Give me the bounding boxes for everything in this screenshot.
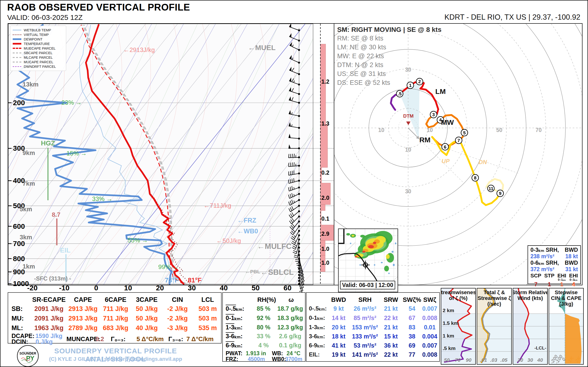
footer: SOUNDERPY SOUNDERPY VERTICAL PROFILE ANA… (0, 344, 226, 367)
svg-text:Stepwise: Stepwise (555, 289, 578, 295)
svg-text:5km: 5km (20, 206, 32, 213)
srh-value: 0.01 (424, 324, 436, 331)
moist-rh-value: 92 % (257, 315, 270, 321)
svg-text:.5: .5 (398, 91, 402, 96)
index-cell: SCP 7 (530, 273, 541, 287)
srh-header: SWζ (423, 296, 436, 303)
srh-value: 53 m²/s² (354, 342, 376, 349)
gamma36-label: Γ₃₋₆: (168, 335, 183, 343)
thermo-value: 683 J/kg (103, 324, 129, 332)
legend-label: MLCAPE PARCEL (24, 56, 53, 59)
thermo-value: 2091 J/kg (34, 305, 64, 313)
footer-credit: (C) KYLE J GILLETT | sounderpysoundings.… (36, 356, 195, 362)
svg-text:33% →: 33% → (92, 195, 112, 202)
svg-text:200: 200 (13, 99, 25, 107)
srh-value: 85 m²/s² (354, 315, 376, 321)
srh-value: 38 (409, 333, 415, 340)
legend-item: MUCAPE PARCEL (13, 60, 64, 64)
legend-item: MLCAPE PARCEL (13, 55, 64, 60)
thermo-row-label: SB: (11, 305, 23, 313)
omega-bars-chart: 1.21.30.22.00.12.91.01.0 (313, 24, 334, 285)
svg-text:55% →: 55% → (128, 237, 148, 244)
dcin-label: DCIN: (11, 338, 28, 345)
svg-text:3km: 3km (20, 234, 32, 241)
srh-value: 22 kt (384, 315, 398, 321)
svg-text:1.0: 1.0 (321, 259, 329, 266)
legend-label: MUCAPE PARCEL (24, 60, 53, 64)
legend-label: TEMPERATURE (24, 42, 50, 46)
page-title: RAOB OBSERVED VERTICAL PROFILE (7, 2, 190, 13)
moisture-table: RH(%)ω0-.5ₖₘ:85 %18.7 g/kg0-1ₖₘ:92 %18.3… (222, 292, 305, 362)
srh-value: 67 (409, 315, 415, 321)
storm-motion-block: SM: RIGHT MOVING | SE @ 8 ktsRM: SE @ 8 … (337, 25, 441, 87)
thermo-value: 2913 J/kg (68, 305, 98, 313)
svg-text:50: 50 (496, 127, 502, 133)
svg-text:.05: .05 (501, 357, 508, 363)
moist-rh-value: 85 % (257, 305, 270, 312)
thermo-value: 50 J/kg (136, 305, 158, 313)
moist-rh-value: 4 % (258, 342, 268, 349)
svg-text:←WB0: ←WB0 (237, 228, 258, 235)
svg-text:HGZ: HGZ (41, 139, 55, 147)
valid-time: VALID: 06-03-2025 12Z (7, 13, 83, 22)
legend-swatch (13, 57, 21, 58)
svg-text:10: 10 (405, 147, 411, 153)
srh-box-right: BWD (565, 260, 578, 266)
legend-item: SBCAPE PARCEL (13, 50, 64, 55)
svg-text:30: 30 (405, 188, 411, 194)
srh-value: 15 kt (384, 333, 398, 340)
thermo-value: 1963 J/kg (34, 324, 64, 332)
svg-text:800: 800 (13, 255, 25, 263)
skewt-legend: WETBULB TEMPVIRTUAL TEMPDEWPOINTTEMPERAT… (10, 26, 66, 71)
thermo-row-label: ML: (11, 324, 23, 332)
storm-motion-line: SM: RIGHT MOVING | SE @ 8 kts (337, 25, 441, 34)
index-value: 4 (569, 282, 578, 287)
svg-text:70: 70 (536, 127, 542, 133)
moist-rh-value: 33 % (257, 333, 270, 340)
legend-swatch (13, 62, 21, 63)
svg-text:EIL: EIL (60, 247, 70, 254)
svg-text:←MULFC: ←MULFC (257, 242, 292, 250)
srh-value: 141 m²/s² (352, 351, 378, 358)
svg-text:1000: 1000 (13, 280, 29, 287)
thermo-value: -2 J/kg (167, 315, 188, 322)
srh-box-row: 0-3ₖₘ SRH,BWD (530, 247, 578, 253)
srh-row-label: 0-1ₖₘ: (309, 315, 325, 321)
thermo-value: 2789 J/kg (68, 324, 98, 332)
svg-text:6: 6 (444, 144, 447, 150)
thermo-header: 3CAPE (136, 296, 157, 303)
svg-text:LM: LM (435, 87, 446, 95)
srh-value: 0.004 (422, 333, 437, 340)
storm-motion-line: MW: E @ 22 kts (337, 52, 441, 61)
svg-text:←50J/kg: ←50J/kg (216, 237, 241, 244)
thermo-value: 503 m (199, 305, 217, 313)
thermo-header: 6CAPE (105, 296, 126, 303)
legend-label: SBCAPE PARCEL (24, 51, 52, 55)
index-label: EHI (557, 273, 566, 278)
srh-value: 18 kt (332, 333, 346, 340)
svg-text:RM: RM (419, 136, 431, 144)
srh-box-left: 0-6ₖₘ SRH, (530, 260, 559, 266)
legend-item: MUECAPE PARCEL (13, 46, 64, 50)
legend-label: WETBULB TEMP (24, 28, 51, 32)
srh-value: 21 kt (384, 305, 398, 312)
srh-box-left: 238 m²/s² (530, 253, 554, 260)
svg-text:73°F: 73°F (165, 277, 178, 284)
hodograph-panel: 1010507030103070.512345678911LMMWRMDTMUP… (334, 23, 582, 285)
svg-text:←FRZ: ←FRZ (237, 217, 256, 224)
index-value: 1 (557, 282, 566, 287)
srh-value: 69 (409, 342, 415, 349)
legend-label: VIRTUAL TEMP (24, 33, 49, 37)
srh-value: 54 (409, 305, 415, 312)
gamma03-label: Γ₀₋₃: (111, 335, 126, 343)
svg-text:40: 40 (537, 357, 543, 363)
svg-text:UP: UP (441, 158, 450, 164)
thermo-table: SR-ECAPECAPE6CAPE3CAPECINLCLSB:2091 J/kg… (8, 292, 222, 343)
dcin-value: 0 J/kg (36, 338, 53, 345)
svg-text:1.5 km: 1.5 km (443, 320, 458, 326)
svg-text:30: 30 (527, 357, 533, 363)
index-label: STP (544, 273, 554, 278)
legend-swatch (13, 38, 21, 40)
svg-text:15% →: 15% → (66, 150, 87, 157)
svg-text:2 km: 2 km (443, 308, 454, 313)
